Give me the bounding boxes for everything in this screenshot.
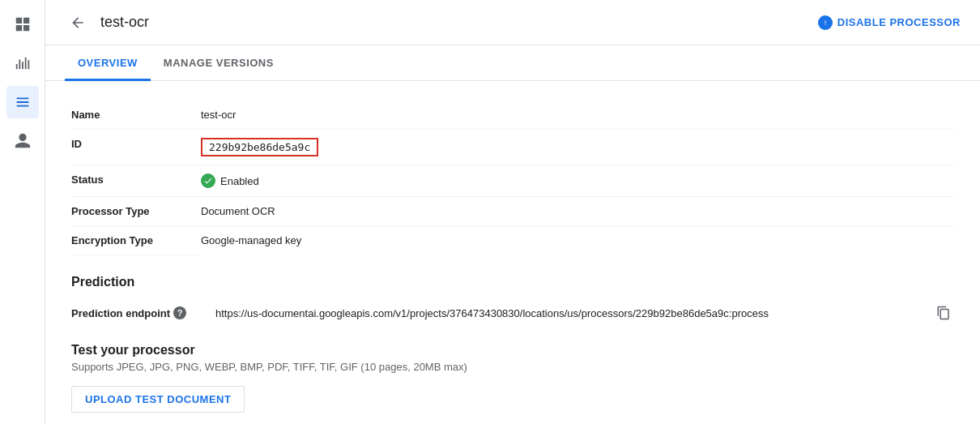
sidebar (0, 0, 45, 424)
prediction-endpoint-label: Prediction endpoint ? (71, 306, 209, 319)
back-button[interactable] (65, 10, 91, 36)
tab-overview[interactable]: OVERVIEW (65, 45, 151, 81)
check-circle-icon (201, 173, 215, 188)
content-area: Name test-ocr ID 229b92be86de5a9c Status… (45, 81, 980, 424)
disable-icon (818, 15, 833, 30)
prediction-section-title: Prediction (71, 275, 954, 289)
name-label: Name (71, 101, 201, 130)
copy-icon[interactable] (933, 302, 954, 323)
sidebar-item-dashboard[interactable] (6, 8, 39, 41)
help-icon[interactable]: ? (173, 306, 186, 319)
upload-test-document-button[interactable]: UPLOAD TEST DOCUMENT (71, 386, 245, 413)
info-table: Name test-ocr ID 229b92be86de5a9c Status… (71, 101, 954, 255)
prediction-url: https://us-documentai.googleapis.com/v1/… (215, 307, 927, 319)
id-label: ID (71, 130, 201, 165)
sidebar-item-processors[interactable] (6, 86, 39, 118)
name-value: test-ocr (201, 101, 954, 130)
status-label: Status (71, 165, 201, 197)
status-enabled: Enabled (201, 173, 954, 188)
topbar: test-ocr DISABLE PROCESSOR (45, 0, 980, 45)
main-content: test-ocr DISABLE PROCESSOR OVERVIEW MANA… (45, 0, 980, 424)
id-value: 229b92be86de5a9c (201, 130, 954, 165)
disable-processor-button[interactable]: DISABLE PROCESSOR (818, 15, 961, 30)
sidebar-item-analytics[interactable] (6, 47, 39, 79)
id-badge: 229b92be86de5a9c (201, 138, 318, 156)
encryption-type-label: Encryption Type (71, 226, 201, 255)
sidebar-item-users[interactable] (6, 125, 39, 157)
tab-manage-versions[interactable]: MANAGE VERSIONS (151, 45, 287, 81)
test-section-subtitle: Supports JPEG, JPG, PNG, WEBP, BMP, PDF,… (71, 361, 954, 373)
prediction-endpoint-row: Prediction endpoint ? https://us-documen… (71, 302, 954, 323)
disable-processor-label: DISABLE PROCESSOR (837, 16, 961, 28)
encryption-type-value: Google-managed key (201, 226, 954, 255)
page-title: test-ocr (100, 14, 808, 31)
processor-type-label: Processor Type (71, 197, 201, 226)
test-section-title: Test your processor (71, 343, 954, 358)
processor-type-value: Document OCR (201, 197, 954, 226)
tabs-bar: OVERVIEW MANAGE VERSIONS (45, 45, 980, 81)
status-text: Enabled (220, 175, 259, 187)
status-value: Enabled (201, 165, 954, 197)
